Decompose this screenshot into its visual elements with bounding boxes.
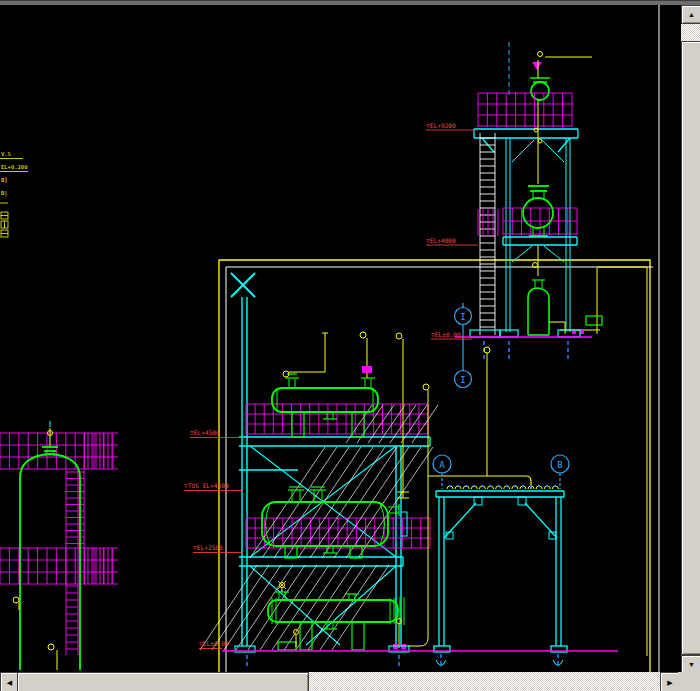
mid-structure-unit bbox=[200, 273, 438, 668]
left-vessel-unit bbox=[0, 421, 118, 670]
left-annotation-text: B] bbox=[1, 177, 8, 183]
left-annotation-text: V.S bbox=[1, 151, 11, 157]
tower-unit bbox=[455, 42, 602, 360]
vertical-scrollbar-thumb[interactable] bbox=[681, 41, 700, 655]
cad-application-window: V.S EL+0.200 B] B| bbox=[0, 0, 700, 691]
tower-drum-vessel bbox=[528, 280, 549, 335]
stair-hatch-lower bbox=[200, 565, 389, 650]
tower-base-plates bbox=[470, 330, 580, 337]
scroll-right-button[interactable]: ▶ bbox=[660, 672, 680, 691]
scroll-up-icon: ▲ bbox=[688, 11, 695, 18]
left-annotation-text: B| bbox=[1, 190, 8, 197]
elevation-label-mid-ground: ▽EL±0.00 bbox=[199, 640, 229, 647]
left-annotation-text: EL+0.200 bbox=[1, 164, 28, 170]
section-markers: I I bbox=[455, 303, 472, 388]
cad-drawing: V.S EL+0.200 B] B| bbox=[0, 5, 700, 691]
scroll-up-button[interactable]: ▲ bbox=[681, 5, 700, 24]
column-marker-a: A bbox=[439, 460, 445, 470]
left-annotation-blocks bbox=[1, 212, 8, 237]
rack-foundation-stubs bbox=[441, 654, 558, 666]
elevation-label-tower-mid: ▽EL+4000 bbox=[426, 237, 456, 244]
section-marker-top: I bbox=[460, 312, 465, 322]
tower-top-railing bbox=[478, 93, 572, 127]
scroll-left-icon: ◀ bbox=[7, 679, 12, 686]
exchanger-top bbox=[272, 374, 378, 437]
left-platform-lower-railing bbox=[0, 548, 118, 584]
cad-viewport[interactable]: V.S EL+0.200 B] B| bbox=[0, 5, 700, 691]
tank-top-nozzle bbox=[48, 421, 53, 446]
tower-foundation-stubs bbox=[484, 341, 568, 360]
left-edge-annotations: V.S EL+0.200 B] B| bbox=[0, 151, 28, 237]
scrollbar-corner bbox=[681, 672, 700, 691]
column-grid-markers: A B bbox=[433, 455, 569, 489]
tower-sphere-vessel bbox=[523, 186, 553, 236]
tower-center-pipe bbox=[534, 100, 542, 262]
davit-column bbox=[231, 273, 255, 646]
vertical-scrollbar[interactable]: ▲ ▼ bbox=[681, 5, 700, 672]
mid-foundation-stubs bbox=[247, 655, 399, 668]
tower-mid-railing bbox=[478, 208, 577, 236]
section-marker-bottom: I bbox=[460, 375, 465, 385]
elevation-label-tower-upper: ▽EL+9200 bbox=[426, 122, 456, 129]
vertical-tank bbox=[20, 447, 80, 670]
elevation-label-mid-tos: ▽TOS EL+4300 bbox=[184, 482, 229, 489]
left-platform-upper-railing bbox=[0, 433, 118, 469]
pipe-rack-unit: A B bbox=[428, 347, 569, 666]
scroll-down-icon: ▼ bbox=[688, 661, 695, 668]
elevation-label-mid-upper: ▽EL+4500 bbox=[190, 429, 220, 436]
scroll-right-icon: ▶ bbox=[667, 679, 672, 686]
horizontal-scrollbar[interactable]: ◀ ▶ bbox=[0, 672, 681, 691]
elevation-label-mid-lower: ▽EL+2500 bbox=[193, 544, 223, 551]
rack-frame bbox=[434, 491, 567, 666]
elevation-labels: ▽EL+9200 ▽EL+4000 ▽EL±0.00 ▽EL+4500 ▽TOS… bbox=[184, 122, 478, 649]
rack-pipe-shoes bbox=[447, 485, 558, 489]
column-marker-b: B bbox=[557, 460, 562, 470]
horizontal-scrollbar-thumb[interactable] bbox=[17, 672, 309, 691]
elevation-label-tower-ground: ▽EL±0.00 bbox=[431, 331, 461, 338]
